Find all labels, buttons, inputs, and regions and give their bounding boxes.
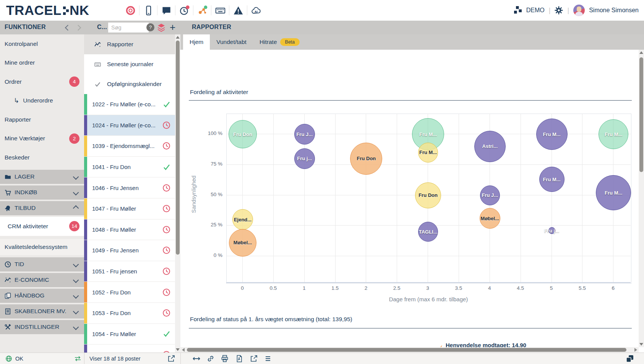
help-icon[interactable]: ? xyxy=(146,23,154,31)
bubble-fru-m[interactable]: Fru M... xyxy=(539,167,565,192)
sidebar-section-skabeloner-mv[interactable]: SKABELONER MV. xyxy=(0,304,84,318)
record-row[interactable]: 1022 - Fru Møller (e-co... xyxy=(84,94,175,115)
warning-icon[interactable] xyxy=(229,5,247,16)
scroll-up-icon[interactable] xyxy=(639,51,643,54)
sidebar-item-mine-v-rkt-jer[interactable]: Mine Værktøjer 2 xyxy=(0,129,84,148)
functions-label[interactable]: FUNKTIONER xyxy=(5,24,46,31)
record-row[interactable]: 1054 - Fru Møller xyxy=(84,324,175,345)
list-menu-rapporter[interactable]: Rapporter xyxy=(84,34,175,54)
clock-alert-icon[interactable] xyxy=(175,5,193,16)
user-name[interactable]: Simone Simonsen xyxy=(589,7,639,14)
sync-arrows-icon[interactable] xyxy=(74,353,81,364)
life-ring-icon[interactable] xyxy=(122,5,139,16)
y-tick-label: 75 % xyxy=(194,161,222,167)
search-input[interactable] xyxy=(108,23,149,32)
main-hscrollbar-thumb[interactable] xyxy=(187,348,626,352)
list-scrollbar[interactable] xyxy=(175,34,180,353)
add-icon[interactable]: + xyxy=(170,21,175,33)
tetris-icon[interactable] xyxy=(514,6,522,15)
collapsed-tab-label[interactable]: C... xyxy=(97,24,107,31)
sidebar-item-beskeder[interactable]: Beskeder xyxy=(0,148,84,167)
record-row[interactable]: 1046 - Fru Jensen xyxy=(84,177,175,198)
share-icon[interactable] xyxy=(250,353,258,364)
bubble-fru-j[interactable]: Fru j... xyxy=(294,148,315,169)
sidebar-section-tid[interactable]: TID xyxy=(0,257,84,271)
record-row[interactable]: 1055 - Fru jensen xyxy=(84,344,175,353)
sidebar-item-rapporter[interactable]: Rapporter xyxy=(0,110,84,129)
bubble-fru-j[interactable]: Fru j... xyxy=(548,227,555,234)
tab-hitrate[interactable]: Hitrate Beta xyxy=(253,34,306,50)
bubble-fru-j[interactable]: Fru J... xyxy=(294,124,315,145)
bubble-fru-m[interactable]: Fru M... xyxy=(599,119,628,149)
bubble-fru-m[interactable]: Fru M... xyxy=(536,119,568,150)
forward-chevron-icon[interactable] xyxy=(75,25,81,31)
sidebar-section-tilbud[interactable]: TILBUD xyxy=(0,201,84,215)
record-row[interactable]: 1039 - Ejendomsmægl... xyxy=(84,136,175,157)
sidebar-section-e-conomic[interactable]: E-CONOMIC xyxy=(0,273,84,287)
tracelink-logo[interactable]: TRACEL NK xyxy=(6,3,89,18)
cloud-ai-icon[interactable]: AI xyxy=(247,5,265,16)
menu-list-icon[interactable] xyxy=(264,353,271,364)
bubble-fru-j[interactable]: Fru J... xyxy=(480,185,500,205)
workspace-label[interactable]: DEMO xyxy=(526,7,545,14)
record-row[interactable]: 1047 - Fru Møller xyxy=(84,198,175,219)
bubble-fru-don[interactable]: Fru Don xyxy=(350,143,382,175)
resize-horizontal-icon[interactable] xyxy=(193,353,200,364)
main-vscrollbar-thumb[interactable] xyxy=(639,57,643,172)
bubble-fru-don[interactable]: Fru Don xyxy=(415,182,441,208)
record-row[interactable]: 1052 - Fru Don xyxy=(84,282,175,303)
tab-hjem[interactable]: Hjem xyxy=(183,34,210,50)
link-icon[interactable] xyxy=(207,353,214,364)
bubble-fru-m[interactable]: Fru M... xyxy=(596,175,631,210)
list-scrollbar-thumb[interactable] xyxy=(176,41,180,255)
bubble-fru-don[interactable]: Fru Don xyxy=(229,120,257,148)
count-badge: 2 xyxy=(69,133,79,144)
pdf-icon[interactable] xyxy=(235,353,243,364)
scroll-down-icon[interactable] xyxy=(639,343,643,346)
sidebar-item-crm-aktiviteter[interactable]: CRM aktiviteter 14 xyxy=(0,217,84,236)
molecule-icon[interactable] xyxy=(193,5,211,16)
bubble-astri[interactable]: Astri... xyxy=(474,131,506,162)
scroll-down-icon[interactable] xyxy=(176,348,180,351)
scroll-right-icon[interactable] xyxy=(634,348,637,352)
sidebar-item-underordre[interactable]: ↳ Underordre xyxy=(0,91,84,110)
tab-vundet-tabt[interactable]: Vundet/tabt xyxy=(210,34,253,50)
bubble-fru-m[interactable]: Fru M... xyxy=(418,143,438,162)
record-row[interactable]: 1041 - Fru Don xyxy=(84,157,175,178)
pie-callout-label[interactable]: Henvendelse modtaget: 14.90 xyxy=(446,342,526,347)
windows-copy-icon[interactable] xyxy=(626,353,634,364)
sidebar-item-kontrolpanel[interactable]: Kontrolpanel xyxy=(0,34,84,54)
scroll-left-icon[interactable] xyxy=(182,348,185,352)
record-row[interactable]: 1049 - Fru Jensen xyxy=(84,240,175,261)
scroll-up-icon[interactable] xyxy=(176,36,180,39)
main-vertical-scrollbar[interactable] xyxy=(639,50,644,347)
list-menu-seneste-journaler[interactable]: Seneste journaler xyxy=(84,54,175,74)
sidebar-item-ordrer[interactable]: Ordrer 4 xyxy=(0,72,84,91)
phone-icon[interactable] xyxy=(140,5,157,16)
sidebar-item-kvalitetsledelsessystem[interactable]: Kvalitetsledelsessystem xyxy=(0,239,84,255)
list-menu-opf-lgningskalender[interactable]: Opfølgningskalender xyxy=(84,74,175,94)
sidebar-section-lager[interactable]: LAGER xyxy=(0,170,84,184)
back-chevron-icon[interactable] xyxy=(65,25,71,31)
sidebar-item-mine-ordrer[interactable]: Mine ordrer xyxy=(0,54,84,73)
status-color-bar xyxy=(84,157,87,177)
record-row[interactable]: 1048 - Fru Møller xyxy=(84,219,175,240)
sidebar-section-indk-b[interactable]: INDKØB xyxy=(0,185,84,200)
print-icon[interactable] xyxy=(221,353,229,364)
sidebar-section-h-ndbog[interactable]: HÅNDBOG xyxy=(0,289,84,303)
keyboard-icon[interactable] xyxy=(211,5,229,16)
sidebar-section-indstillinger[interactable]: INDSTILLINGER xyxy=(0,320,84,334)
record-row[interactable]: 1051 - Fru jensen xyxy=(84,261,175,282)
bubble-m-bel[interactable]: Møbel... xyxy=(480,208,500,229)
record-row[interactable]: 1024 - Fru Møller (e-co... xyxy=(84,115,175,136)
record-row[interactable]: 1053 - Fru Don xyxy=(84,303,175,324)
gear-icon[interactable] xyxy=(555,6,563,15)
main-horizontal-scrollbar[interactable] xyxy=(180,347,639,353)
bubble-ejend[interactable]: Ejend... xyxy=(232,209,253,230)
bubble-tagli[interactable]: TAGLI... xyxy=(418,222,438,242)
chat-icon[interactable] xyxy=(157,5,175,16)
layers-icon[interactable] xyxy=(157,23,166,32)
avatar[interactable] xyxy=(573,5,585,16)
export-list-icon[interactable] xyxy=(167,353,175,364)
bubble-m-bel[interactable]: Møbel... xyxy=(229,229,256,257)
